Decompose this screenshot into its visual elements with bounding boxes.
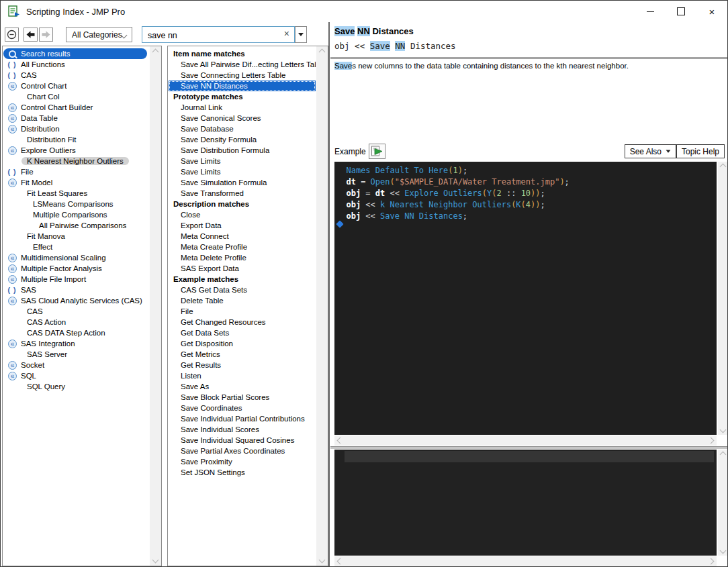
tree-item[interactable]: «Explore Outliers xyxy=(3,145,149,156)
scroll-right-icon[interactable] xyxy=(708,558,715,565)
panel-splitter[interactable] xyxy=(328,22,330,566)
tree-item[interactable]: K Nearest Neighbor Outliers xyxy=(3,156,149,166)
tree-item[interactable]: «Fit Model xyxy=(3,177,149,188)
collapse-all-button[interactable] xyxy=(5,28,19,42)
scroll-down-icon[interactable] xyxy=(319,557,326,564)
forward-button[interactable] xyxy=(39,28,53,42)
scroll-up-icon[interactable] xyxy=(720,164,727,170)
tree-item[interactable]: SAS Server xyxy=(3,349,149,360)
result-item[interactable]: Save Simulation Formula xyxy=(169,177,316,188)
result-item[interactable]: Save Individual Squared Cosines xyxy=(169,435,316,446)
tree-item[interactable]: LSMeans Comparisons xyxy=(3,199,149,209)
tree-item[interactable]: ( )All Functions xyxy=(3,59,149,70)
scroll-up-icon[interactable] xyxy=(720,452,727,458)
tree-item[interactable]: «Multiple Factor Analysis xyxy=(3,263,149,274)
tree-item[interactable]: Multiple Comparisons xyxy=(3,209,149,220)
result-item[interactable]: Save Connecting Letters Table xyxy=(169,70,316,81)
result-item[interactable]: Delete Table xyxy=(169,295,316,306)
result-item[interactable]: Save Distribution Formula xyxy=(169,145,316,156)
result-item[interactable]: Save Limits xyxy=(169,156,316,166)
tree-item[interactable]: CAS Action xyxy=(3,317,149,327)
result-item[interactable]: Save As xyxy=(169,381,316,392)
result-item[interactable]: Save Individual Scores xyxy=(169,424,316,435)
result-item[interactable]: Save Database xyxy=(169,123,316,134)
log-horizontal-scrollbar[interactable] xyxy=(334,556,717,566)
scroll-left-icon[interactable] xyxy=(337,437,344,444)
result-item[interactable]: Save Block Partial Scores xyxy=(169,392,316,403)
tree-item[interactable]: «Control Chart xyxy=(3,81,149,91)
tree-item[interactable]: «Distribution xyxy=(3,123,149,134)
back-button[interactable] xyxy=(24,28,38,42)
example-code-editor[interactable]: Names Default To Here(1); dt = Open("$SA… xyxy=(334,162,717,435)
result-item[interactable]: Save Density Formula xyxy=(169,134,316,145)
scroll-right-icon[interactable] xyxy=(708,437,715,444)
code-line[interactable]: obj << Save NN Distances; xyxy=(336,211,717,222)
code-line[interactable]: Names Default To Here(1); xyxy=(336,165,717,176)
tree-item[interactable]: Fit Least Squares xyxy=(3,188,149,199)
scroll-down-icon[interactable] xyxy=(720,427,727,433)
editor-horizontal-scrollbar[interactable] xyxy=(334,435,717,446)
close-button[interactable]: × xyxy=(696,1,727,22)
result-item[interactable]: Journal Link xyxy=(169,102,316,113)
tree-item[interactable]: «Socket xyxy=(3,360,149,370)
scroll-up-icon[interactable] xyxy=(319,49,326,56)
minimize-button[interactable] xyxy=(635,1,666,22)
result-item[interactable]: Save Proximity xyxy=(169,456,316,467)
result-item[interactable]: Save Individual Partial Contributions xyxy=(169,413,316,424)
tree-item[interactable]: CAS xyxy=(3,306,149,317)
result-item[interactable]: Save Canonical Scores xyxy=(169,113,316,123)
result-item[interactable]: Close xyxy=(169,209,316,220)
tree-item[interactable]: ( )CAS xyxy=(3,70,149,81)
result-item[interactable]: Get Disposition xyxy=(169,338,316,349)
result-item[interactable]: Save All Pairwise Dif...ecting Letters T… xyxy=(169,59,316,70)
result-item[interactable]: SAS Export Data xyxy=(169,263,316,274)
scroll-up-icon[interactable] xyxy=(152,49,159,56)
maximize-button[interactable] xyxy=(666,1,696,22)
tree-item[interactable]: Fit Manova xyxy=(3,231,149,242)
scroll-down-icon[interactable] xyxy=(720,548,727,554)
tree-item[interactable]: ( )File xyxy=(3,166,149,177)
result-item[interactable]: Get Results xyxy=(169,360,316,370)
tree-item[interactable]: CAS DATA Step Action xyxy=(3,327,149,338)
result-item[interactable]: Get Changed Resources xyxy=(169,317,316,327)
scroll-left-icon[interactable] xyxy=(337,558,344,565)
result-item[interactable]: Set JSON Settings xyxy=(169,467,316,478)
result-item[interactable]: File xyxy=(169,306,316,317)
result-item[interactable]: Save Coordinates xyxy=(169,403,316,413)
result-item[interactable]: Meta Connect xyxy=(169,231,316,242)
editor-vertical-scrollbar[interactable] xyxy=(718,162,728,435)
tree-item[interactable]: «Multiple File Import xyxy=(3,274,149,285)
results-scrollbar[interactable] xyxy=(316,46,328,566)
result-item[interactable]: Listen xyxy=(169,370,316,381)
result-item[interactable]: Meta Delete Profile xyxy=(169,252,316,263)
result-item[interactable]: Save Partial Axes Coordinates xyxy=(169,446,316,456)
tree-item[interactable]: SQL Query xyxy=(3,381,149,392)
result-item[interactable]: Save Transformed xyxy=(169,188,316,199)
log-panel[interactable] xyxy=(334,450,717,556)
code-line[interactable]: obj = dt << Explore Outliers(Y(2 :: 10))… xyxy=(336,188,717,199)
result-item[interactable]: Save Limits xyxy=(169,166,316,177)
tree-item[interactable]: Chart Col xyxy=(3,91,149,102)
result-item[interactable]: Meta Create Profile xyxy=(169,242,316,252)
code-line[interactable]: dt = Open("$SAMPLE_DATA/Water Treatment.… xyxy=(336,176,717,188)
clear-search-icon[interactable]: × xyxy=(284,28,289,39)
topic-help-button[interactable]: Topic Help xyxy=(676,144,725,158)
tree-item[interactable]: Effect xyxy=(3,242,149,252)
scroll-down-icon[interactable] xyxy=(152,557,159,564)
see-also-dropdown[interactable]: See Also xyxy=(625,144,676,158)
tree-item[interactable]: «Multidimensional Scaling xyxy=(3,252,149,263)
result-item[interactable]: Export Data xyxy=(169,220,316,231)
tree-item[interactable]: Distribution Fit xyxy=(3,134,149,145)
search-input[interactable] xyxy=(146,28,273,43)
tree-item[interactable]: «SQL xyxy=(3,370,149,381)
log-vertical-scrollbar[interactable] xyxy=(718,450,728,556)
result-item[interactable]: Get Data Sets xyxy=(169,327,316,338)
code-line[interactable]: obj << k Nearest Neighbor Outliers(K(4))… xyxy=(336,199,717,211)
result-item[interactable]: CAS Get Data Sets xyxy=(169,285,316,295)
tree-scrollbar[interactable] xyxy=(150,46,161,566)
tree-item[interactable]: «Control Chart Builder xyxy=(3,102,149,113)
tree-item[interactable]: ( )SAS xyxy=(3,285,149,295)
result-item[interactable]: Save NN Distances xyxy=(169,81,316,91)
result-item[interactable]: Get Metrics xyxy=(169,349,316,360)
tree-item[interactable]: All Pairwise Comparisons xyxy=(3,220,149,231)
